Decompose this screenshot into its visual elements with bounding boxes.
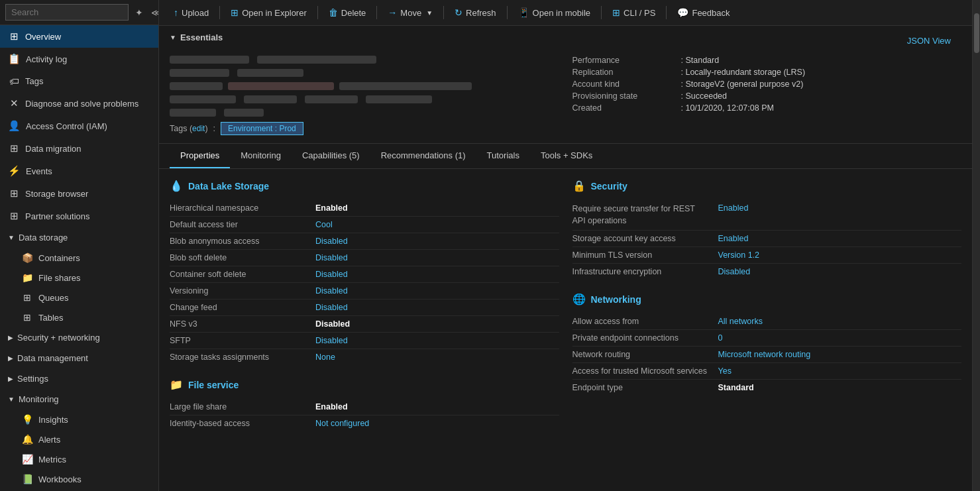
prop-versioning: Versioning Disabled [170,283,559,300]
sidebar-section-monitoring[interactable]: ▼ Monitoring [0,389,158,409]
feedback-icon: 💬 [677,7,688,18]
prop-min-tls-value[interactable]: Version 1.2 [718,250,962,260]
sidebar-item-data-migration[interactable]: ⊞ Data migration [0,137,158,160]
collapse-button[interactable]: ≪ [148,6,159,19]
tags-edit-link[interactable]: edit [192,124,205,133]
tags-label: Tags (edit) [170,124,208,133]
sidebar-item-containers[interactable]: 📦 Containers [0,248,158,268]
queues-icon: ⊞ [21,292,33,303]
tags-icon: 🏷 [8,76,20,87]
upload-button[interactable]: ↑ Upload [167,4,215,21]
json-view-link[interactable]: JSON View [907,36,951,46]
essentials-prop-created-value: : 10/1/2020, 12:07:08 PM [681,103,774,113]
prop-private-endpoint-value[interactable]: 0 [718,333,962,343]
blurred-field-4a [170,95,236,103]
tab-recommendations[interactable]: Recommendations (1) [370,144,476,168]
sidebar-item-workbooks[interactable]: 📗 Workbooks [0,469,158,489]
prop-storage-tasks-value[interactable]: None [315,353,559,362]
search-input[interactable] [5,4,129,21]
prop-default-access-tier: Default access tier Cool [170,217,559,233]
sidebar-item-queues[interactable]: ⊞ Queues [0,288,158,307]
sidebar-item-events[interactable]: ⚡ Events [0,160,158,182]
alerts-icon: 🔔 [21,434,33,445]
essentials-prop-provisioning: Provisioning state : Succeeded [572,91,962,101]
metrics-label: Metrics [38,455,66,464]
sidebar-item-tags[interactable]: 🏷 Tags [0,70,158,92]
sidebar-item-file-shares[interactable]: 📁 File shares [0,268,158,288]
sidebar-item-storage-browser[interactable]: ⊞ Storage browser [0,182,158,205]
monitoring-chevron: ▼ [8,396,15,403]
essentials-prop-performance-key: Performance [572,56,679,65]
data-lake-storage-icon: 💧 [170,180,183,192]
scrollbar-thumb[interactable] [974,13,979,53]
prop-blob-anonymous-value: Disabled [315,237,559,246]
refresh-button[interactable]: ↻ Refresh [448,4,503,21]
prop-identity-access-value[interactable]: Not configured [315,419,559,428]
sidebar-section-data-management[interactable]: ▶ Data management [0,348,158,368]
essentials-section: ▼ Essentials JSON View [159,26,972,144]
sidebar-item-overview[interactable]: ⊞ Overview [0,25,158,48]
containers-icon: 📦 [21,252,33,263]
feedback-button[interactable]: 💬 Feedback [671,4,736,21]
file-service-label: File service [188,380,239,390]
open-mobile-button[interactable]: 📱 Open in mobile [512,4,597,21]
tab-properties[interactable]: Properties [170,144,230,168]
prop-versioning-value: Disabled [315,286,559,296]
prop-sftp: SFTP Disabled [170,333,559,349]
pin-button[interactable]: ✦ [133,6,146,19]
data-lake-storage-table: Hierarchical namespace Enabled Default a… [170,200,559,365]
prop-private-endpoint: Private endpoint connections 0 [572,330,962,347]
refresh-icon: ↻ [455,7,463,18]
file-service-section: 📁 File service Large file share Enabled … [170,378,559,431]
sidebar-section-settings[interactable]: ▶ Settings [0,368,158,389]
move-icon: → [388,7,397,18]
prop-blob-anonymous: Blob anonymous access Disabled [170,233,559,250]
prop-allow-access-value[interactable]: All networks [718,317,962,326]
prop-network-routing-key: Network routing [572,350,718,359]
sidebar-item-insights[interactable]: 💡 Insights [0,409,158,429]
prop-change-feed: Change feed Disabled [170,300,559,316]
tab-capabilities[interactable]: Capabilities (5) [292,144,370,168]
move-button[interactable]: → Move ▼ [381,4,439,21]
prop-storage-key-access-value[interactable]: Enabled [718,234,962,243]
essentials-prop-account-kind-key: Account kind [572,80,679,89]
essentials-prop-performance: Performance : Standard [572,56,962,65]
cli-ps-button[interactable]: ⊞ CLI / PS [606,4,662,21]
toolbar-divider-5 [507,6,508,19]
vertical-scrollbar[interactable] [972,0,980,491]
tab-monitoring[interactable]: Monitoring [230,144,292,168]
sidebar-item-activity-log[interactable]: 📋 Activity log [0,48,158,70]
prop-trusted-services: Access for trusted Microsoft services Ye… [572,363,962,380]
prop-trusted-services-value[interactable]: Yes [718,366,962,376]
essentials-prop-created-key: Created [572,103,679,113]
delete-button[interactable]: 🗑 Delete [322,4,373,21]
sidebar-section-data-storage[interactable]: ▼ Data storage [0,227,158,248]
upload-icon: ↑ [174,7,178,18]
open-explorer-button[interactable]: ⊞ Open in Explorer [224,4,313,21]
sidebar-item-metrics[interactable]: 📈 Metrics [0,449,158,469]
sidebar-item-access-control[interactable]: 👤 Access Control (IAM) [0,115,158,137]
blurred-field-1a [170,56,249,64]
prop-blob-soft-delete: Blob soft delete Disabled [170,250,559,266]
prop-endpoint-type: Endpoint type Standard [572,380,962,396]
prop-network-routing-value[interactable]: Microsoft network routing [718,350,962,359]
security-networking-label: Security + networking [17,333,100,343]
tab-tutorials[interactable]: Tutorials [476,144,530,168]
refresh-label: Refresh [466,8,496,18]
prop-hierarchical-ns-value: Enabled [315,203,559,213]
sidebar-item-tables[interactable]: ⊞ Tables [0,307,158,327]
essentials-prop-replication-value: : Locally-redundant storage (LRS) [681,68,806,77]
tag-badge[interactable]: Environment : Prod [221,122,303,135]
sidebar-section-security-networking[interactable]: ▶ Security + networking [0,327,158,348]
sidebar-item-partner-solutions[interactable]: ⊞ Partner solutions [0,205,158,227]
data-management-label: Data management [17,353,88,363]
sidebar-item-alerts[interactable]: 🔔 Alerts [0,429,158,449]
sidebar-item-diagnose[interactable]: ✕ Diagnose and solve problems [0,92,158,115]
prop-secure-transfer-value[interactable]: Enabled [718,203,962,213]
essentials-right: Performance : Standard Replication : Loc… [572,56,962,117]
prop-default-access-tier-value[interactable]: Cool [315,220,559,229]
cli-ps-label: CLI / PS [624,8,655,18]
file-service-title: 📁 File service [170,378,559,391]
data-migration-icon: ⊞ [8,142,20,154]
tab-tools-sdks[interactable]: Tools + SDKs [530,144,603,168]
